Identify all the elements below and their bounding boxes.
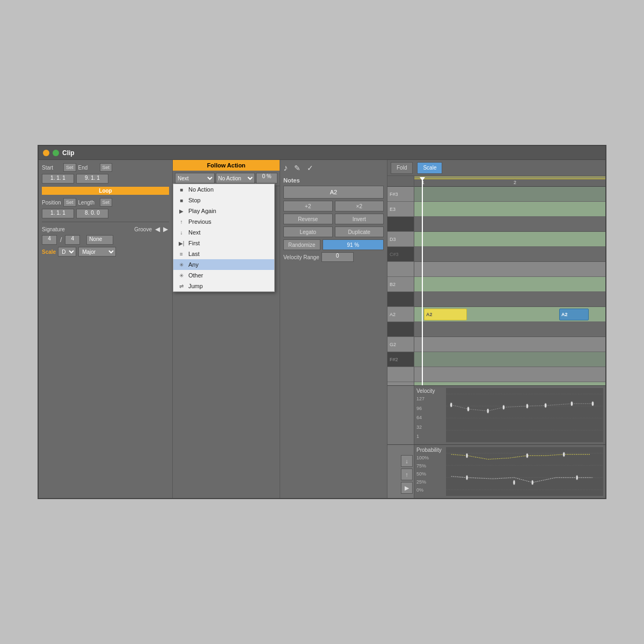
position-set-button[interactable]: Set [63,198,76,207]
legato-button[interactable]: Legato [283,226,333,237]
key-f3[interactable]: F#3 [387,187,414,202]
key-fs2[interactable]: F#2 [387,352,414,367]
key-gs2[interactable] [387,322,414,337]
start-set-button[interactable]: Set [63,163,76,172]
groove-value[interactable]: None [86,235,113,245]
probability-numbers: 100% 75% 50% 25% 0% [416,455,446,493]
svg-point-18 [563,452,565,457]
prob-num-0: 0% [416,487,446,493]
groove-label: Groove [134,226,152,232]
vel-num-64: 64 [416,415,446,420]
dropdown-item-last[interactable]: ≡ Last [173,248,274,259]
follow-pct-field[interactable]: 0 % [256,173,277,184]
dropdown-item-next[interactable]: ↓ Next [173,227,274,238]
key-f2[interactable] [387,367,414,382]
randomize-row: Randomize 91 % [283,239,384,250]
note-a2-yellow[interactable]: A2 [424,309,467,320]
groove-left-arrow[interactable]: ◀ [154,225,161,233]
no-action-icon: ■ [178,186,185,193]
key-b2[interactable]: B2 [387,277,414,292]
end-value[interactable]: 9. 1. 1 [76,174,108,184]
check-icon: ✓ [307,164,313,172]
key-d3[interactable]: D3 [387,232,414,247]
multiply-button[interactable]: ×2 [335,201,384,211]
svg-point-8 [526,404,528,408]
scroll-up-button[interactable]: ↑ [401,469,413,480]
scale-button[interactable]: Scale [417,162,442,174]
length-value[interactable]: 8. 0. 0 [76,209,108,218]
probability-svg [446,447,603,496]
probability-graph [446,447,603,496]
play-again-icon: ▶ [178,207,185,215]
grid-row-fs2: F#2 [414,352,605,367]
scale-mode-select[interactable]: Major [78,247,116,257]
window-title: Clip [62,149,75,157]
dropdown-item-first[interactable]: ▶| First [173,238,274,248]
key-as2[interactable] [387,292,414,307]
signature-groove-row: Signature Groove ◀ ▶ [42,225,169,233]
notes-header: Notes [283,177,384,184]
svg-point-16 [466,453,468,458]
end-label: End [78,165,98,171]
dropdown-item-stop[interactable]: ■ Stop [173,195,274,206]
jump-label: Jump [188,283,203,289]
grid-row-as2 [414,292,605,307]
follow-action1-select[interactable]: Next [175,173,215,184]
loop-button[interactable]: Loop [42,187,169,195]
vel-range-field[interactable]: 0 [321,252,354,262]
position-value[interactable]: 1. 1. 1 [42,209,74,218]
svg-point-20 [513,480,515,485]
grid-row-e2 [414,382,605,385]
end-set-button[interactable]: Set [100,163,113,172]
dropdown-item-other[interactable]: ✳ Other [173,270,274,281]
key-a2[interactable]: A2 [387,307,414,322]
vel-num-96: 96 [416,406,446,411]
svg-point-9 [545,403,547,408]
velocity-panel: Velocity 127 96 64 32 1 [387,385,605,444]
key-e2[interactable]: E2 [387,382,414,385]
svg-point-5 [467,407,470,412]
scroll-down-button[interactable]: ↓ [401,455,413,467]
sig-numerator[interactable]: 4 [42,235,57,245]
position-length-values: 1. 1. 1 8. 0. 0 [42,209,169,218]
sig-denominator[interactable]: 4 [65,235,80,245]
other-label: Other [188,272,203,279]
pencil-icon: ✎ [294,164,301,172]
dropdown-item-any[interactable]: ✳ Any [173,259,274,270]
scale-key-select[interactable]: D [58,247,76,257]
next-icon: ↓ [178,229,185,236]
key-e3[interactable]: E3 [387,202,414,217]
key-g2[interactable]: G2 [387,337,414,352]
start-value[interactable]: 1. 1. 1 [42,174,74,184]
svg-point-11 [592,401,594,406]
svg-point-21 [531,480,533,485]
grid-row-f2 [414,367,605,382]
key-eb3[interactable] [387,217,414,232]
grid-row-c3 [414,262,605,277]
key-c3[interactable] [387,262,414,277]
velocity-section-label: Velocity [416,388,446,394]
length-set-button[interactable]: Set [100,198,113,207]
dropdown-item-play-again[interactable]: ▶ Play Again [173,206,274,216]
key-cs3[interactable]: C#3 [387,247,414,262]
dropdown-item-jump[interactable]: ⇌ Jump [173,281,274,291]
follow-action2-select[interactable]: No Action [216,173,255,184]
velocity-graph [446,388,603,442]
randomize-button[interactable]: Randomize [283,239,320,250]
dropdown-item-no-action[interactable]: ■ No Action [173,184,274,195]
groove-right-arrow[interactable]: ▶ [162,225,169,233]
prob-num-75: 75% [416,463,446,469]
grid-row-fs3 [414,187,605,202]
duplicate-button[interactable]: Duplicate [335,226,384,237]
invert-button[interactable]: Invert [335,214,384,224]
play-button[interactable]: ▶ [401,482,413,494]
svg-point-4 [450,402,452,407]
fold-button[interactable]: Fold [391,162,413,174]
vel-num-1: 1 [416,434,446,439]
transpose-up-button[interactable]: +2 [283,201,333,211]
next-label: Next [188,229,201,236]
note-a2-blue[interactable]: A2 [559,309,589,320]
reverse-button[interactable]: Reverse [283,214,333,224]
dropdown-item-previous[interactable]: ↑ Previous [173,216,274,227]
stop-label: Stop [188,197,201,203]
